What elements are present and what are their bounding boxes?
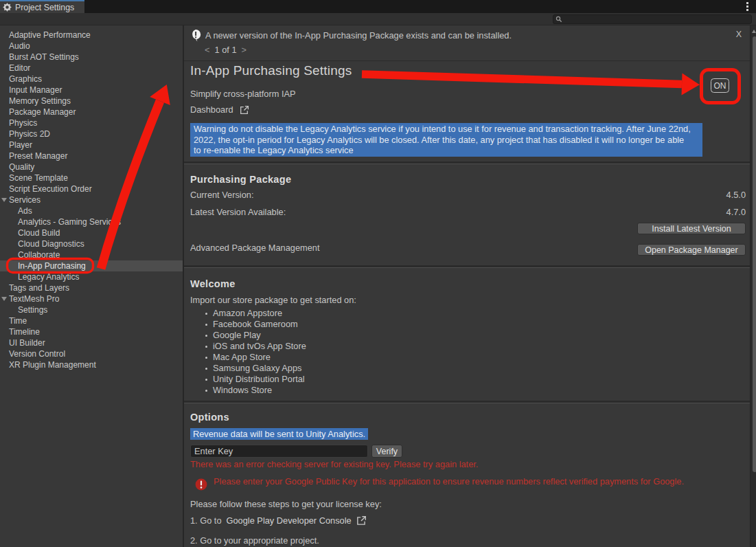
project-settings-window: Project Settings Adaptive PerformanceAud…: [0, 0, 756, 547]
advanced-package-management-label: Advanced Package Management: [190, 243, 320, 253]
store-list-item: Windows Store: [205, 386, 272, 395]
settings-category-list: Adaptive PerformanceAudioBurst AOT Setti…: [0, 25, 183, 547]
purchasing-package-heading: Purchasing Package: [190, 174, 291, 185]
sidebar-item-ui-builder[interactable]: UI Builder: [0, 337, 183, 348]
dashboard-label: Dashboard: [190, 104, 233, 115]
sidebar-item-label: Legacy Analytics: [0, 272, 79, 282]
sidebar-item-services[interactable]: Services: [0, 194, 183, 205]
pager-next-button[interactable]: >: [242, 45, 247, 55]
sidebar-item-quality[interactable]: Quality: [0, 161, 183, 172]
foldout-triangle-icon[interactable]: [1, 198, 7, 202]
sidebar-item-label: Cloud Diagnostics: [0, 239, 84, 249]
search-input[interactable]: [564, 15, 751, 23]
sidebar-item-label: Cloud Build: [0, 228, 60, 238]
sidebar-item-memory-settings[interactable]: Memory Settings: [0, 96, 183, 107]
sidebar-item-editor[interactable]: Editor: [0, 63, 183, 74]
store-name: Windows Store: [213, 386, 272, 395]
sidebar-item-physics-2d[interactable]: Physics 2D: [0, 129, 183, 139]
sidebar-item-scene-template[interactable]: Scene Template: [0, 172, 183, 183]
sidebar-item-audio[interactable]: Audio: [0, 41, 183, 52]
sidebar-item-xr-plugin-management[interactable]: XR Plugin Management: [0, 359, 183, 370]
service-toggle-button[interactable]: ON: [711, 78, 729, 93]
scroll-up-arrow-icon[interactable]: [752, 30, 756, 33]
sidebar-item-version-control[interactable]: Version Control: [0, 348, 183, 359]
external-link-icon: [240, 105, 249, 115]
notification-bubble-icon: [190, 29, 202, 42]
bullet-icon: [205, 324, 207, 326]
current-version-label: Current Version:: [190, 190, 253, 200]
sidebar-item-label: Version Control: [0, 349, 65, 359]
sidebar-item-collaborate[interactable]: Collaborate: [0, 249, 183, 260]
sidebar-item-tags-and-layers[interactable]: Tags and Layers: [0, 282, 183, 293]
sidebar-item-label: Editor: [0, 63, 30, 73]
sidebar-item-timeline[interactable]: Timeline: [0, 326, 183, 337]
sidebar-item-textmesh-pro[interactable]: TextMesh Pro: [0, 293, 183, 304]
store-name: Unity Distribution Portal: [213, 375, 305, 384]
step-2: 2. Go to your appropriate project.: [190, 536, 319, 545]
sidebar-item-input-manager[interactable]: Input Manager: [0, 85, 183, 96]
open-package-manager-button[interactable]: Open Package Manager: [637, 244, 746, 256]
kebab-menu-icon[interactable]: [742, 1, 752, 12]
settings-toolbar: [0, 13, 756, 25]
sidebar-item-label: UI Builder: [0, 338, 45, 348]
store-name: Google Play: [213, 331, 261, 340]
sidebar-item-preset-manager[interactable]: Preset Manager: [0, 150, 183, 161]
bullet-icon: [205, 335, 207, 337]
sidebar-item-player[interactable]: Player: [0, 139, 183, 150]
sidebar-item-settings[interactable]: Settings: [0, 304, 183, 315]
notification-separator: [184, 60, 750, 61]
install-latest-version-button[interactable]: Install Latest Version: [637, 223, 746, 234]
dashboard-link[interactable]: Dashboard: [190, 104, 249, 115]
store-list-item: Facebook Gameroom: [205, 320, 298, 329]
google-key-input[interactable]: [190, 445, 368, 458]
sidebar-item-label: Quality: [0, 162, 34, 172]
google-play-console-link[interactable]: Google Play Developer Console: [227, 515, 352, 526]
sidebar-item-cloud-diagnostics[interactable]: Cloud Diagnostics: [0, 238, 183, 249]
sidebar-splitter[interactable]: [183, 25, 184, 547]
bullet-icon: [205, 390, 207, 392]
external-link-icon: [356, 515, 367, 526]
sidebar-item-analytics-gaming-services[interactable]: Analytics - Gaming Services: [0, 216, 183, 227]
notification-text: A newer version of the In-App Purchasing…: [205, 31, 512, 41]
sidebar-item-graphics[interactable]: Graphics: [0, 74, 183, 85]
sidebar-item-package-manager[interactable]: Package Manager: [0, 107, 183, 118]
tab-project-settings[interactable]: Project Settings: [0, 0, 84, 13]
sidebar-item-label: Graphics: [0, 74, 42, 84]
bullet-icon: [205, 379, 207, 381]
welcome-heading: Welcome: [190, 278, 236, 289]
pager-prev-button[interactable]: <: [205, 45, 209, 55]
foldout-triangle-icon[interactable]: [1, 297, 7, 301]
gear-icon: [3, 3, 12, 12]
store-name: Mac App Store: [213, 353, 271, 362]
legacy-analytics-warning: Warning do not disable the Legacy Analyt…: [190, 123, 702, 157]
welcome-intro: Import our store package to get started …: [190, 295, 356, 305]
notification-close-button[interactable]: X: [733, 30, 744, 39]
sidebar-item-physics[interactable]: Physics: [0, 118, 183, 129]
sidebar-item-label: XR Plugin Management: [0, 360, 96, 370]
store-list-item: Amazon Appstore: [205, 309, 282, 318]
sidebar-item-time[interactable]: Time: [0, 315, 183, 326]
search-box[interactable]: [553, 14, 752, 24]
sidebar-item-script-execution-order[interactable]: Script Execution Order: [0, 183, 183, 194]
store-name: iOS and tvOs App Store: [213, 342, 306, 351]
sidebar-item-label: Script Execution Order: [0, 184, 92, 194]
verify-button[interactable]: Verify: [371, 445, 402, 458]
sidebar-item-cloud-build[interactable]: Cloud Build: [0, 227, 183, 238]
sidebar-item-burst-aot-settings[interactable]: Burst AOT Settings: [0, 52, 183, 63]
key-error-text: There was an error checking server for e…: [190, 460, 478, 469]
vertical-scrollbar[interactable]: [750, 25, 756, 547]
sidebar-item-ads[interactable]: Ads: [0, 205, 183, 216]
revenue-note: Revenue data will be sent to Unity Analy…: [190, 428, 368, 440]
sidebar-item-in-app-purchasing[interactable]: In-App Purchasing: [0, 260, 183, 271]
page-title: In-App Purchasing Settings: [190, 63, 352, 78]
step-1-prefix: 1. Go to: [190, 515, 222, 526]
scrollbar-thumb[interactable]: [753, 36, 756, 472]
tab-title: Project Settings: [15, 3, 74, 12]
sidebar-item-legacy-analytics[interactable]: Legacy Analytics: [0, 271, 183, 282]
sidebar-item-label: Player: [0, 140, 32, 150]
sidebar-item-label: Package Manager: [0, 107, 76, 117]
bullet-icon: [205, 357, 207, 359]
error-circle-icon: [195, 478, 207, 491]
sidebar-item-adaptive-performance[interactable]: Adaptive Performance: [0, 30, 183, 41]
search-icon: [555, 16, 562, 23]
